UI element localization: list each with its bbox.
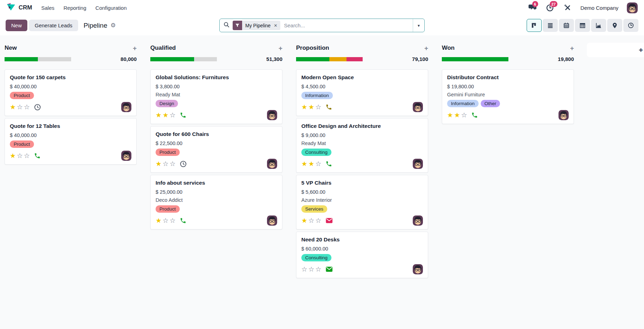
- kanban-card[interactable]: Distributor Contract $ 19,800.00Gemini F…: [442, 69, 574, 124]
- star-icon[interactable]: ★: [10, 104, 16, 110]
- view-kanban-button[interactable]: [527, 19, 542, 32]
- search-bar[interactable]: My Pipeline ✕ ▾: [219, 19, 425, 32]
- kanban-card[interactable]: Modern Open Space $ 4,500.00Information …: [296, 69, 428, 116]
- salesperson-avatar[interactable]: [413, 159, 423, 169]
- kanban-card[interactable]: Office Design and Architecture $ 9,000.0…: [296, 118, 428, 173]
- generate-leads-button[interactable]: Generate Leads: [29, 20, 78, 31]
- clock-icon[interactable]: [180, 160, 187, 167]
- tag-pill: Product: [10, 140, 34, 148]
- user-avatar[interactable]: [627, 2, 638, 13]
- remove-filter-icon[interactable]: ✕: [273, 21, 280, 30]
- star-icon[interactable]: ☆: [308, 217, 314, 224]
- star-icon[interactable]: ★: [308, 160, 314, 167]
- star-icon[interactable]: ☆: [17, 152, 23, 159]
- card-title: Quote for 600 Chairs: [156, 131, 277, 137]
- column-progressbar[interactable]: [150, 57, 217, 61]
- star-icon[interactable]: ☆: [24, 104, 30, 110]
- add-record-plus-icon[interactable]: +: [279, 45, 282, 52]
- star-icon[interactable]: ★: [447, 112, 453, 118]
- search-input[interactable]: [284, 22, 413, 28]
- view-calendar-button[interactable]: [559, 19, 574, 32]
- star-icon[interactable]: ★: [301, 104, 307, 110]
- star-icon[interactable]: ★: [156, 217, 162, 224]
- odoo-crm-logo-icon: [6, 3, 16, 13]
- kanban-card[interactable]: Quote for 600 Chairs $ 22,500.00Product …: [150, 126, 282, 173]
- star-icon[interactable]: ☆: [315, 104, 321, 110]
- company-switcher[interactable]: Demo Company: [581, 5, 618, 11]
- salesperson-avatar[interactable]: [413, 102, 423, 112]
- mail-icon[interactable]: [326, 266, 333, 272]
- star-icon[interactable]: ☆: [170, 160, 176, 167]
- mail-icon[interactable]: [326, 218, 333, 224]
- filter-facet[interactable]: My Pipeline ✕: [233, 21, 280, 30]
- view-activity-button[interactable]: [623, 19, 638, 32]
- star-icon[interactable]: ☆: [170, 112, 176, 118]
- star-icon[interactable]: ★: [10, 152, 16, 159]
- star-icon[interactable]: ☆: [163, 160, 169, 167]
- star-icon[interactable]: ☆: [315, 160, 321, 167]
- add-column-box[interactable]: +: [587, 43, 644, 57]
- kanban-card[interactable]: Info about services $ 25,000.00Deco Addi…: [150, 175, 282, 229]
- clock-icon[interactable]: [34, 104, 41, 111]
- messages-icon[interactable]: 6: [528, 4, 537, 12]
- debug-tools-icon[interactable]: [563, 4, 572, 12]
- add-column-plus-icon[interactable]: +: [639, 46, 643, 54]
- star-icon[interactable]: ★: [156, 160, 162, 167]
- app-switcher[interactable]: CRM: [6, 3, 32, 13]
- add-record-plus-icon[interactable]: +: [133, 45, 137, 52]
- star-icon[interactable]: ★: [454, 112, 460, 118]
- star-icon[interactable]: ☆: [308, 266, 314, 273]
- phone-icon[interactable]: [326, 104, 332, 110]
- kanban-card[interactable]: Need 20 Desks $ 60,000.00Consulting ☆☆☆: [296, 232, 428, 278]
- column-progressbar[interactable]: [442, 57, 508, 61]
- salesperson-avatar[interactable]: [413, 215, 423, 226]
- salesperson-avatar[interactable]: [121, 151, 131, 161]
- kanban-card[interactable]: Quote for 150 carpets $ 40,000.00Product…: [5, 69, 137, 116]
- phone-icon[interactable]: [471, 112, 478, 118]
- star-icon[interactable]: ☆: [24, 152, 30, 159]
- progress-segment: [329, 57, 347, 61]
- phone-icon[interactable]: [180, 217, 186, 224]
- kanban-card[interactable]: Quote for 12 Tables $ 40,000.00Product ★…: [5, 118, 137, 165]
- salesperson-avatar[interactable]: [267, 215, 277, 226]
- star-icon[interactable]: ☆: [301, 266, 307, 273]
- new-button[interactable]: New: [6, 20, 27, 31]
- view-map-button[interactable]: [607, 19, 622, 32]
- star-icon[interactable]: ☆: [17, 104, 23, 110]
- star-icon[interactable]: ☆: [315, 266, 321, 273]
- star-icon[interactable]: ★: [156, 112, 162, 118]
- add-record-plus-icon[interactable]: +: [570, 45, 574, 52]
- star-icon[interactable]: ★: [163, 112, 169, 118]
- phone-icon[interactable]: [326, 160, 332, 167]
- phone-icon[interactable]: [180, 112, 186, 118]
- star-icon[interactable]: ☆: [170, 217, 176, 224]
- activities-clock-icon[interactable]: 27: [546, 4, 555, 12]
- column-progressbar[interactable]: [5, 57, 71, 61]
- star-icon[interactable]: ☆: [163, 217, 169, 224]
- menu-sales[interactable]: Sales: [41, 5, 55, 11]
- card-revenue: $ 40,000.00: [10, 132, 131, 138]
- kanban-card[interactable]: 5 VP Chairs $ 5,600.00Azure InteriorServ…: [296, 175, 428, 229]
- salesperson-avatar[interactable]: [267, 159, 277, 169]
- search-dropdown-caret-icon[interactable]: ▾: [413, 19, 424, 32]
- page-title: Pipeline: [84, 22, 108, 29]
- menu-reporting[interactable]: Reporting: [63, 5, 86, 11]
- view-graph-button[interactable]: [591, 19, 606, 32]
- menu-configuration[interactable]: Configuration: [95, 5, 126, 11]
- star-icon[interactable]: ☆: [461, 112, 467, 118]
- star-icon[interactable]: ★: [308, 104, 314, 110]
- column-progressbar[interactable]: [296, 57, 363, 61]
- phone-icon[interactable]: [34, 152, 41, 159]
- action-gear-icon[interactable]: ⚙: [110, 22, 116, 29]
- view-list-button[interactable]: [543, 19, 558, 32]
- view-pivot-button[interactable]: [575, 19, 590, 32]
- salesperson-avatar[interactable]: [267, 110, 277, 120]
- salesperson-avatar[interactable]: [413, 264, 423, 274]
- salesperson-avatar[interactable]: [121, 102, 131, 112]
- star-icon[interactable]: ★: [301, 160, 307, 167]
- kanban-card[interactable]: Global Solutions: Furnitures $ 3,800.00R…: [150, 69, 282, 124]
- add-record-plus-icon[interactable]: +: [424, 45, 428, 52]
- star-icon[interactable]: ★: [301, 217, 307, 224]
- star-icon[interactable]: ☆: [315, 217, 321, 224]
- salesperson-avatar[interactable]: [559, 110, 569, 120]
